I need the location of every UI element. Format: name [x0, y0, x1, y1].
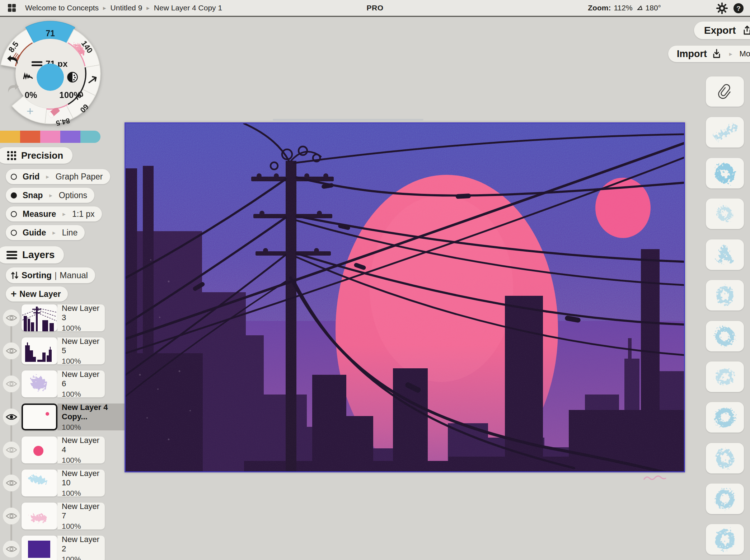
- snap-toggle-icon[interactable]: [11, 192, 17, 199]
- precision-item-snap[interactable]: Snap ▸ Options: [6, 188, 94, 203]
- attachment-tool[interactable]: [706, 76, 744, 107]
- layers-header[interactable]: Layers: [0, 246, 64, 263]
- zoom-indicator[interactable]: Zoom: 112% 180°: [588, 0, 661, 16]
- more-button[interactable]: More: [740, 49, 750, 59]
- settings-gear-icon[interactable]: [716, 2, 728, 15]
- swatch-teal[interactable]: [80, 131, 100, 143]
- export-button[interactable]: Export: [694, 22, 750, 39]
- layer-row[interactable]: New Layer 3 100%: [0, 304, 129, 331]
- swatch-yellow[interactable]: [0, 131, 20, 143]
- layer-row[interactable]: New Layer 6 100%: [0, 370, 129, 397]
- swatch-pink[interactable]: [40, 131, 60, 143]
- layer-name: New Layer 4 Copy...: [62, 403, 126, 421]
- visibility-eye-icon[interactable]: [3, 342, 20, 359]
- top-bar: Welcome to Concepts ▸ Untitled 9 ▸ New L…: [0, 0, 750, 17]
- visibility-eye-icon[interactable]: [3, 508, 20, 524]
- import-label: Import: [677, 48, 707, 60]
- visibility-eye-icon[interactable]: [3, 541, 20, 557]
- layer-thumbnail[interactable]: [22, 337, 57, 364]
- opacity-icon: [68, 73, 78, 82]
- zoom-value: 112%: [614, 4, 632, 12]
- export-icon: [742, 25, 750, 36]
- sorting-control[interactable]: Sorting | Manual: [6, 267, 95, 283]
- brush-preset[interactable]: [706, 524, 744, 555]
- brush-preset[interactable]: [706, 484, 744, 514]
- layer-thumbnail[interactable]: [22, 370, 57, 397]
- pencil-smudge: [273, 119, 423, 121]
- apps-grid-icon[interactable]: [8, 4, 16, 12]
- new-layer-label: New Layer: [19, 289, 61, 299]
- sorting-label: Sorting: [22, 270, 52, 280]
- precision-item-guide[interactable]: Guide ▸ Line: [6, 225, 85, 240]
- sort-arrows-icon: [11, 271, 19, 280]
- undo-button[interactable]: [6, 52, 20, 67]
- layer-row[interactable]: New Layer 2 100%: [0, 536, 129, 560]
- precision-header[interactable]: Precision: [0, 147, 72, 164]
- swatch-purple[interactable]: [60, 131, 80, 143]
- visibility-eye-icon[interactable]: [3, 375, 20, 392]
- paperclip-icon: [717, 83, 733, 100]
- visibility-eye-icon[interactable]: [3, 442, 20, 458]
- color-palette: [0, 131, 100, 143]
- zoom-label: Zoom:: [588, 4, 611, 12]
- grid-toggle-icon[interactable]: [11, 174, 17, 180]
- brush-preset[interactable]: [706, 280, 744, 311]
- layer-thumbnail[interactable]: [22, 503, 57, 529]
- layer-name: New Layer 6: [62, 370, 105, 388]
- layer-name: New Layer 2: [62, 535, 105, 554]
- brush-preset[interactable]: [706, 199, 744, 229]
- brush-preset[interactable]: [706, 321, 744, 351]
- precision-title: Precision: [21, 150, 63, 161]
- layer-name: New Layer 4: [62, 436, 105, 454]
- chevron-right-icon: ▸: [46, 192, 55, 199]
- layer-opacity: 100%: [62, 423, 126, 431]
- chevron-right-icon: ▸: [726, 50, 735, 58]
- measure-value[interactable]: 1:1 px: [72, 209, 95, 219]
- active-color-swatch: [37, 64, 64, 91]
- precision-item-grid[interactable]: Grid ▸ Graph Paper: [6, 169, 110, 184]
- brush-preset[interactable]: [706, 117, 744, 148]
- brush-preset[interactable]: [706, 443, 744, 473]
- redo-button[interactable]: [6, 80, 20, 95]
- breadcrumb: Welcome to Concepts ▸ Untitled 9 ▸ New L…: [25, 0, 222, 16]
- tool-wheel[interactable]: 8.5 71 140 60 84.5 +: [0, 20, 104, 127]
- measure-toggle-icon[interactable]: [11, 211, 17, 217]
- breadcrumb-layer[interactable]: New Layer 4 Copy 1: [154, 4, 222, 12]
- layer-row[interactable]: New Layer 4 100%: [0, 437, 129, 463]
- brush-preset[interactable]: [706, 239, 744, 270]
- breadcrumb-home[interactable]: Welcome to Concepts: [25, 4, 99, 12]
- brush-preset[interactable]: [706, 402, 744, 433]
- layer-thumbnail[interactable]: [22, 536, 57, 560]
- angle-icon: [637, 4, 643, 12]
- layer-row[interactable]: New Layer 5 100%: [0, 337, 129, 364]
- breadcrumb-document[interactable]: Untitled 9: [111, 4, 142, 12]
- guide-toggle-icon[interactable]: [11, 230, 17, 236]
- guide-value[interactable]: Line: [62, 228, 78, 238]
- import-button[interactable]: Import ▸ More: [668, 46, 750, 62]
- layer-row[interactable]: New Layer 7 100%: [0, 503, 129, 529]
- brush-preset[interactable]: [706, 158, 744, 188]
- precision-item-measure[interactable]: Measure ▸ 1:1 px: [6, 206, 102, 221]
- layer-opacity: 100%: [62, 555, 105, 560]
- plus-icon: +: [11, 290, 17, 298]
- visibility-eye-icon[interactable]: [3, 309, 20, 326]
- opacity-value: 100%: [59, 90, 81, 100]
- swatch-orange[interactable]: [20, 131, 40, 143]
- layer-name: New Layer 3: [62, 304, 105, 322]
- layer-row-selected[interactable]: New Layer 4 Copy... 100%: [0, 403, 129, 430]
- visibility-eye-icon[interactable]: [3, 475, 20, 491]
- grid-value[interactable]: Graph Paper: [56, 172, 103, 182]
- new-layer-button[interactable]: + New Layer: [6, 286, 68, 302]
- layer-row[interactable]: New Layer 10 100%: [0, 470, 129, 496]
- layer-thumbnail[interactable]: [22, 470, 57, 496]
- grid-label: Grid: [23, 172, 39, 182]
- drawing-canvas[interactable]: [125, 122, 685, 472]
- snap-value[interactable]: Options: [59, 191, 87, 200]
- layer-thumbnail[interactable]: [22, 403, 57, 430]
- help-icon[interactable]: ?: [732, 2, 745, 15]
- layer-thumbnail[interactable]: [22, 437, 57, 463]
- visibility-eye-icon[interactable]: [3, 409, 20, 425]
- layer-thumbnail[interactable]: [22, 304, 57, 331]
- brush-preset[interactable]: [706, 361, 744, 392]
- layer-name: New Layer 10: [62, 469, 105, 487]
